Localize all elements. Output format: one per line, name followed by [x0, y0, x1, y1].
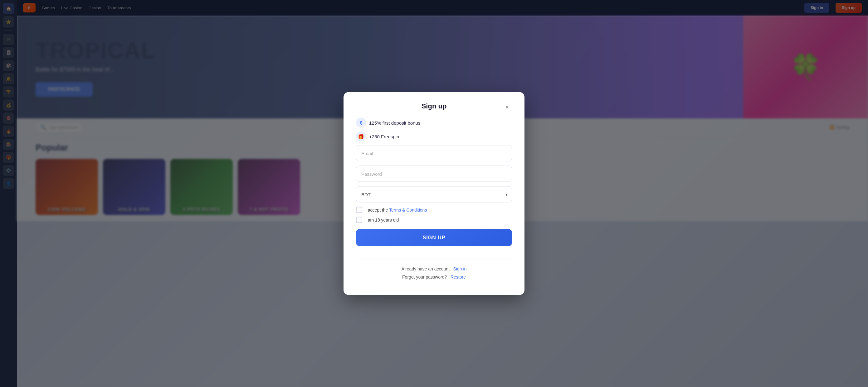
currency-select[interactable]: BDT USD EUR GBP: [356, 186, 512, 203]
signup-submit-button[interactable]: SIGN UP: [356, 229, 512, 246]
bonus-1-text: 125% first deposit bonus: [369, 120, 420, 125]
close-icon: ×: [505, 103, 509, 111]
password-field-group: [356, 166, 512, 182]
modal-divider: [356, 260, 512, 260]
age-checkbox-row: I am 18 years old: [356, 217, 512, 223]
currency-field-group: BDT USD EUR GBP ▾: [356, 186, 512, 203]
terms-link[interactable]: Terms & Conditions: [389, 208, 427, 212]
modal-header: Sign up ×: [356, 102, 512, 110]
modal-footer: Already have an account Sign in Forgot y…: [356, 267, 512, 280]
signup-modal: Sign up × ₿ 125% first deposit bonus 🎁 +…: [343, 92, 525, 295]
terms-checkbox[interactable]: [356, 207, 362, 213]
modal-title: Sign up: [422, 102, 447, 110]
modal-close-button[interactable]: ×: [502, 102, 512, 112]
already-account-text: Already have an account: [402, 267, 450, 271]
bonus-row-1: ₿ 125% first deposit bonus: [356, 118, 512, 128]
restore-link[interactable]: Restore: [451, 275, 466, 280]
already-account-line: Already have an account Sign in: [356, 267, 512, 271]
age-checkbox[interactable]: [356, 217, 362, 223]
forgot-password-line: Forgot your password? Restore: [356, 275, 512, 280]
terms-checkbox-row: I accept the Terms & Conditions: [356, 207, 512, 213]
bitcoin-icon: ₿: [356, 118, 366, 128]
bonus-2-text: +250 Freespin: [369, 134, 399, 139]
email-input[interactable]: [356, 145, 512, 162]
signin-link[interactable]: Sign in: [453, 267, 466, 271]
currency-select-wrapper: BDT USD EUR GBP ▾: [356, 186, 512, 203]
terms-label[interactable]: I accept the Terms & Conditions: [365, 208, 427, 212]
gift-icon: 🎁: [356, 132, 366, 141]
forgot-password-text: Forgot your password?: [402, 275, 447, 280]
password-input[interactable]: [356, 166, 512, 182]
bonus-row-2: 🎁 +250 Freespin: [356, 132, 512, 141]
email-field-group: [356, 145, 512, 162]
age-label[interactable]: I am 18 years old: [365, 217, 399, 222]
